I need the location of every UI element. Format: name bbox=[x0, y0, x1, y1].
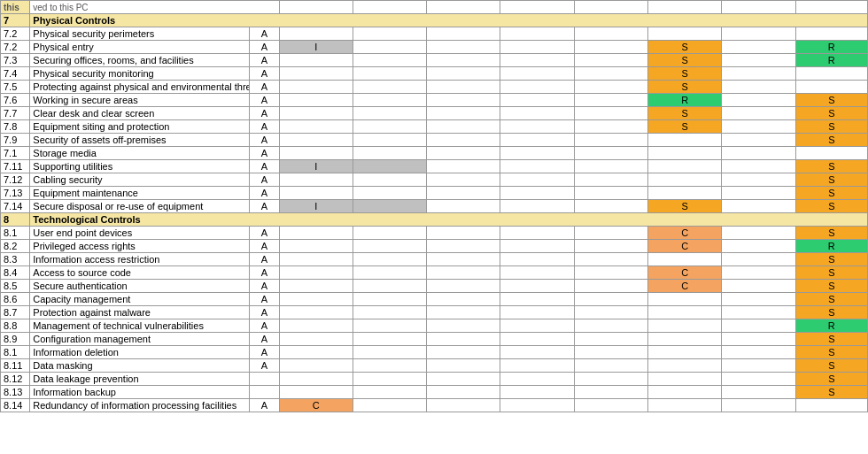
a-8-14: A bbox=[250, 399, 279, 412]
c8-8-1b bbox=[722, 346, 795, 359]
c9-7-13: S bbox=[795, 187, 867, 200]
c6-8-6 bbox=[574, 293, 647, 306]
c7-7-11 bbox=[648, 160, 722, 173]
section8-num: 8 bbox=[1, 213, 30, 227]
c3-7-12 bbox=[353, 173, 426, 187]
c6-7-7 bbox=[574, 107, 647, 120]
row-8-12: 8.12 Data leakage prevention S bbox=[1, 373, 868, 386]
c8-7-2b bbox=[722, 41, 795, 54]
c7-7-6: R bbox=[648, 94, 722, 107]
c4-7-8 bbox=[427, 120, 500, 134]
c2-8-8 bbox=[279, 319, 353, 333]
c2-8-3 bbox=[279, 253, 353, 266]
num-7-6: 7.6 bbox=[1, 94, 30, 107]
c3-8-11 bbox=[353, 359, 426, 373]
row-8-14: 8.14 Redundancy of information processin… bbox=[1, 399, 868, 412]
num-8-14: 8.14 bbox=[1, 399, 30, 412]
a-7-6: A bbox=[250, 94, 279, 107]
c9-7-6: S bbox=[795, 94, 867, 107]
c6-8-11 bbox=[574, 359, 647, 373]
c9-7-14: S bbox=[795, 200, 867, 213]
c8-8-6 bbox=[722, 293, 795, 306]
name-8-14: Redundancy of information processing fac… bbox=[30, 399, 250, 412]
c8-7-6 bbox=[722, 94, 795, 107]
c3-8-9 bbox=[353, 333, 426, 346]
c8-8-7 bbox=[722, 306, 795, 319]
c6-8-1 bbox=[574, 227, 647, 240]
c2-8-11 bbox=[279, 359, 353, 373]
c3-7-2a bbox=[353, 27, 426, 41]
cut-text: this bbox=[4, 3, 19, 12]
row-8-3: 8.3 Information access restriction A S bbox=[1, 253, 868, 266]
a-8-7: A bbox=[250, 306, 279, 319]
name-8-1: User end point devices bbox=[30, 227, 250, 240]
c5-8-7 bbox=[500, 306, 574, 319]
num-7-7: 7.7 bbox=[1, 107, 30, 120]
c6-8-4 bbox=[574, 266, 647, 280]
c5-7-5 bbox=[500, 81, 574, 94]
c7-7-2b: S bbox=[648, 41, 722, 54]
name-8-4: Access to source code bbox=[30, 266, 250, 280]
c2-7-12 bbox=[279, 173, 353, 187]
c7-7-8: S bbox=[648, 120, 722, 134]
c2-7-6 bbox=[279, 94, 353, 107]
c9-7-9: S bbox=[795, 134, 867, 147]
c3-7-2b bbox=[353, 41, 426, 54]
a-7-2b: A bbox=[250, 41, 279, 54]
c7-8-1: C bbox=[648, 227, 722, 240]
row-8-11: 8.11 Data masking A S bbox=[1, 359, 868, 373]
top-cut-left: this bbox=[1, 1, 30, 14]
name-7-2a: Physical security perimeters bbox=[30, 27, 250, 41]
c3-8-8 bbox=[353, 319, 426, 333]
a-8-5: A bbox=[250, 280, 279, 293]
num-7-2a: 7.2 bbox=[1, 27, 30, 41]
top-c10 bbox=[722, 1, 795, 14]
c5-7-14 bbox=[500, 200, 574, 213]
c2-8-12 bbox=[279, 373, 353, 386]
c4-7-2b bbox=[427, 41, 500, 54]
num-8-1b: 8.1 bbox=[1, 346, 30, 359]
c5-8-13 bbox=[500, 386, 574, 399]
c8-8-12 bbox=[722, 373, 795, 386]
top-c9 bbox=[648, 1, 722, 14]
row-7-12: 7.12 Cabling security A S bbox=[1, 173, 868, 187]
c2-8-7 bbox=[279, 306, 353, 319]
row-7-8: 7.8 Equipment siting and protection A S … bbox=[1, 120, 868, 134]
name-8-12: Data leakage prevention bbox=[30, 373, 250, 386]
c2-8-1b bbox=[279, 346, 353, 359]
name-8-6: Capacity management bbox=[30, 293, 250, 306]
c5-8-12 bbox=[500, 373, 574, 386]
c3-8-1 bbox=[353, 227, 426, 240]
a-8-13 bbox=[250, 386, 279, 399]
a-8-3: A bbox=[250, 253, 279, 266]
c6-7-1 bbox=[574, 147, 647, 160]
c4-7-7 bbox=[427, 107, 500, 120]
num-7-5: 7.5 bbox=[1, 81, 30, 94]
a-7-13: A bbox=[250, 187, 279, 200]
num-7-13: 7.13 bbox=[1, 187, 30, 200]
c3-7-4 bbox=[353, 67, 426, 81]
c5-7-8 bbox=[500, 120, 574, 134]
row-7-2b: 7.2 Physical entry A I S R bbox=[1, 41, 868, 54]
c6-7-3 bbox=[574, 54, 647, 67]
c8-8-3 bbox=[722, 253, 795, 266]
c5-8-2 bbox=[500, 240, 574, 253]
c7-8-2: C bbox=[648, 240, 722, 253]
c5-8-6 bbox=[500, 293, 574, 306]
name-7-4: Physical security monitoring bbox=[30, 67, 250, 81]
top-c8 bbox=[574, 1, 647, 14]
c8-8-11 bbox=[722, 359, 795, 373]
c2-8-1 bbox=[279, 227, 353, 240]
a-8-1: A bbox=[250, 227, 279, 240]
a-7-2a: A bbox=[250, 27, 279, 41]
c7-8-4: C bbox=[648, 266, 722, 280]
top-c6 bbox=[427, 1, 500, 14]
c4-7-9 bbox=[427, 134, 500, 147]
c7-8-6 bbox=[648, 293, 722, 306]
c7-7-12 bbox=[648, 173, 722, 187]
num-8-6: 8.6 bbox=[1, 293, 30, 306]
row-7-7: 7.7 Clear desk and clear screen A S S bbox=[1, 107, 868, 120]
name-7-11: Supporting utilities bbox=[30, 160, 250, 173]
name-7-8: Equipment siting and protection bbox=[30, 120, 250, 134]
c6-7-8 bbox=[574, 120, 647, 134]
